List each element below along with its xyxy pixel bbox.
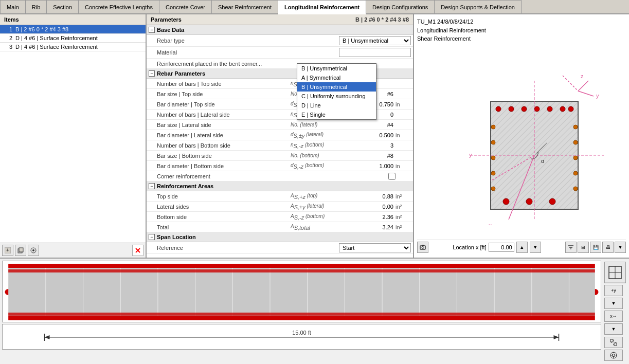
copy-item-button[interactable]	[15, 245, 26, 256]
svg-point-19	[534, 106, 540, 112]
params-content: − Base Data Rebar type B | Unsymmetrical…	[147, 25, 413, 258]
param-row-bar-dia-bottom: Bar diameter | Bottom side dS,-z (bottom…	[147, 161, 413, 171]
section-toggle-base-data[interactable]: −	[149, 27, 155, 33]
save-view-button[interactable]: 💾	[590, 242, 601, 253]
dropdown-option-b-unsymmetrical-2[interactable]: B | Unsymmetrical	[297, 82, 376, 92]
svg-text:u: u	[489, 222, 492, 225]
location-up-button[interactable]: ▲	[516, 242, 528, 253]
svg-rect-50	[8, 316, 595, 320]
main-content: Items 1 B | 2 #6 0 * 2 #4 3 #8 2 D | 4 #…	[0, 14, 629, 364]
items-list: 1 B | 2 #6 0 * 2 #4 3 #8 2 D | 4 #6 | Su…	[0, 25, 146, 243]
viz-footer: Location x [ft] ▲ ▼ ⊞ 💾 🖶 ▼	[417, 240, 626, 254]
tab-longitudinal-reinforcement[interactable]: Longitudinal Reinforcement	[278, 0, 366, 14]
svg-text:z: z	[581, 73, 584, 79]
grid-view-button[interactable]: ⊞	[578, 242, 589, 253]
beam-toolbar-right: +y ▼ x↔ ▼	[603, 261, 627, 362]
tab-concrete-cover[interactable]: Concrete Cover	[159, 0, 212, 13]
svg-point-33	[573, 156, 578, 160]
param-row-rebar-type: Rebar type B | Unsymmetrical A | Symmetr…	[147, 35, 413, 47]
settings-item-button[interactable]	[28, 245, 39, 256]
collapse-x-button[interactable]: ▼	[604, 323, 623, 335]
dropdown-option-b-unsymmetrical-1[interactable]: B | Unsymmetrical	[297, 64, 376, 73]
top-section: Items 1 B | 2 #6 0 * 2 #4 3 #8 2 D | 4 #…	[0, 14, 629, 259]
delete-item-button[interactable]	[132, 245, 143, 256]
svg-rect-53	[8, 268, 595, 316]
section-header-span-location[interactable]: − Span Location	[147, 232, 413, 242]
print-button[interactable]: 🖶	[602, 242, 614, 253]
settings-button-bottom[interactable]	[604, 350, 623, 361]
section-toggle-reinforcement-areas[interactable]: −	[149, 183, 155, 189]
tab-rib[interactable]: Rib	[26, 0, 47, 13]
svg-point-29	[491, 171, 495, 175]
svg-point-18	[522, 106, 527, 112]
expand-x-button[interactable]: x↔	[604, 311, 623, 322]
corner-reinforcement-checkbox[interactable]	[388, 173, 396, 180]
svg-line-8	[563, 76, 578, 91]
view-options-button[interactable]: ▼	[604, 298, 623, 309]
param-row-total-area: Total AS,total 3.24 in²	[147, 222, 413, 232]
param-row-lateral-area: Lateral sides AS,±y (lateral) 0.00 in²	[147, 202, 413, 212]
section-header-reinforcement-areas[interactable]: − Reinforcement Areas	[147, 181, 413, 191]
svg-point-21	[560, 106, 565, 112]
tab-section[interactable]: Section	[47, 0, 79, 13]
dimension-svg: 15.00 ft	[3, 324, 601, 350]
filter-button[interactable]	[565, 242, 577, 253]
svg-line-9	[578, 81, 588, 91]
svg-point-4	[32, 249, 34, 251]
section-toggle-rebar-parameters[interactable]: −	[149, 70, 155, 77]
tab-bar: Main Rib Section Concrete Effective Leng…	[0, 0, 629, 14]
more-options-button[interactable]: ▼	[615, 242, 626, 253]
svg-text:y: y	[469, 152, 472, 158]
material-input[interactable]	[339, 48, 411, 57]
viz-info: TU_M1 24/8/0/8/24/12 Longitudinal Reinfo…	[417, 17, 626, 43]
items-panel: Items 1 B | 2 #6 0 * 2 #4 3 #8 2 D | 4 #…	[0, 14, 147, 258]
svg-point-27	[491, 140, 495, 144]
dropdown-option-c-uniformly[interactable]: C | Uniformly surrounding	[297, 92, 376, 101]
param-row-num-bars-bottom: Number of bars | Bottom side nS,-z (bott…	[147, 140, 413, 151]
beam-elevation-view	[2, 261, 601, 322]
dropdown-option-a-symmetrical[interactable]: A | Symmetrical	[297, 73, 376, 82]
list-item[interactable]: 3 D | 4 #6 | Surface Reinforcement	[0, 43, 146, 51]
svg-point-17	[509, 106, 514, 112]
rebar-type-dropdown[interactable]: B | Unsymmetrical A | Symmetrical B | Un…	[297, 63, 376, 120]
dropdown-option-d-line[interactable]: D | Line	[297, 101, 376, 110]
rebar-type-select[interactable]: B | Unsymmetrical A | Symmetrical B | Un…	[339, 36, 411, 45]
add-item-button[interactable]: +	[2, 245, 13, 256]
svg-text:y: y	[596, 93, 599, 99]
view-plus-y-button[interactable]: +y	[604, 285, 623, 296]
dropdown-option-e-single[interactable]: E | Single	[297, 110, 376, 119]
items-toolbar: +	[0, 243, 146, 258]
tab-main[interactable]: Main	[0, 0, 26, 13]
list-item[interactable]: 1 B | 2 #6 0 * 2 #4 3 #8	[0, 25, 146, 34]
svg-point-30	[491, 187, 495, 191]
svg-point-23	[503, 198, 509, 205]
svg-rect-69	[8, 269, 595, 272]
tab-concrete-effective-lengths[interactable]: Concrete Effective Lengths	[79, 0, 159, 13]
section-svg: z y	[439, 60, 604, 225]
viz-canvas: z y	[417, 45, 626, 240]
param-row-reference: Reference Start End Center	[147, 242, 413, 254]
zoom-to-fit-button[interactable]	[604, 337, 623, 348]
beam-elevation-svg	[3, 261, 601, 322]
svg-text:15.00 ft: 15.00 ft	[292, 330, 311, 336]
reference-select[interactable]: Start End Center	[339, 243, 411, 252]
cross-section-button[interactable]	[605, 262, 625, 283]
items-header: Items	[0, 14, 146, 25]
viz-panel: TU_M1 24/8/0/8/24/12 Longitudinal Reinfo…	[414, 14, 629, 258]
svg-point-31	[573, 125, 578, 129]
location-down-button[interactable]: ▼	[530, 242, 541, 253]
location-x-input[interactable]	[489, 243, 514, 252]
svg-point-20	[547, 106, 552, 112]
viz-camera-button[interactable]	[417, 242, 428, 253]
section-header-base-data[interactable]: − Base Data	[147, 25, 413, 35]
tab-design-configurations[interactable]: Design Configurations	[366, 0, 435, 13]
svg-point-32	[573, 140, 578, 144]
section-toggle-span-location[interactable]: −	[149, 234, 155, 240]
list-item[interactable]: 2 D | 4 #6 | Surface Reinforcement	[0, 34, 146, 43]
tab-shear-reinforcement[interactable]: Shear Reinforcement	[212, 0, 278, 13]
svg-text:α: α	[541, 158, 545, 164]
svg-marker-75	[554, 335, 559, 339]
tab-design-supports-deflection[interactable]: Design Supports & Deflection	[435, 0, 522, 13]
svg-line-11	[578, 91, 594, 96]
viz-toolbar: ⊞ 💾 🖶 ▼	[565, 242, 626, 253]
